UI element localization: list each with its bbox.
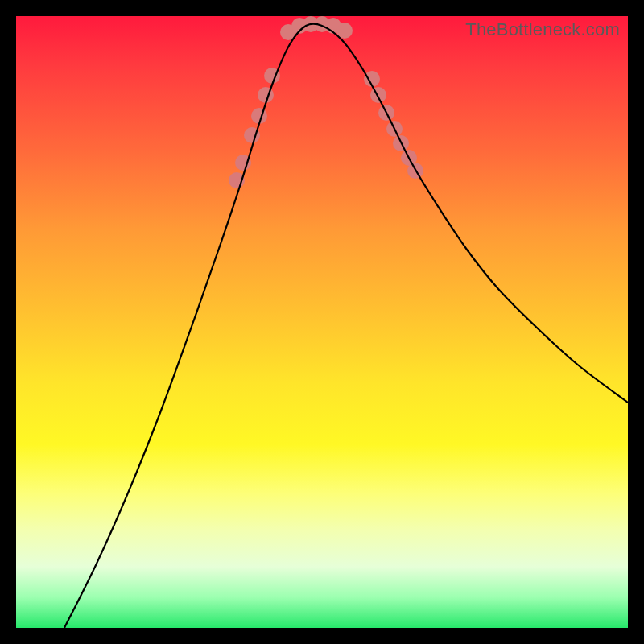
bottleneck-curve bbox=[64, 23, 628, 628]
data-markers bbox=[229, 16, 423, 188]
curve-svg bbox=[16, 16, 628, 628]
chart-frame: TheBottleneck.com bbox=[0, 0, 644, 644]
data-point bbox=[370, 87, 386, 103]
plot-area: TheBottleneck.com bbox=[16, 16, 628, 628]
